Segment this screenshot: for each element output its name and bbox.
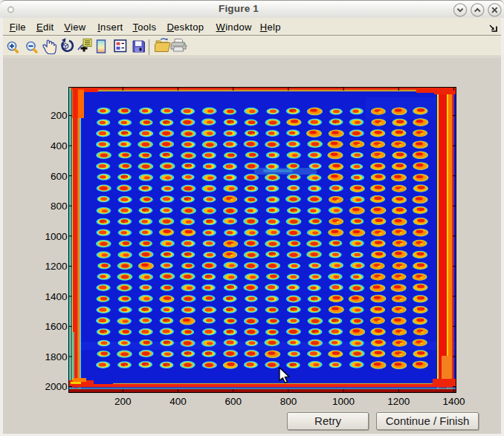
svg-text:1200: 1200 (387, 396, 410, 407)
svg-text:1200: 1200 (45, 261, 67, 272)
svg-text:200: 200 (51, 110, 68, 121)
svg-text:1000: 1000 (332, 396, 355, 407)
svg-text:600: 600 (51, 171, 68, 182)
svg-text:600: 600 (224, 396, 242, 407)
svg-text:2000: 2000 (45, 381, 67, 392)
svg-text:1400: 1400 (45, 291, 67, 302)
svg-text:1400: 1400 (442, 396, 465, 407)
svg-text:1800: 1800 (45, 351, 67, 362)
svg-text:800: 800 (280, 396, 297, 407)
svg-text:200: 200 (114, 396, 132, 407)
svg-text:400: 400 (169, 396, 187, 407)
svg-text:800: 800 (51, 201, 68, 212)
svg-text:1600: 1600 (45, 321, 67, 332)
svg-text:400: 400 (51, 140, 68, 152)
svg-text:1000: 1000 (45, 231, 67, 242)
